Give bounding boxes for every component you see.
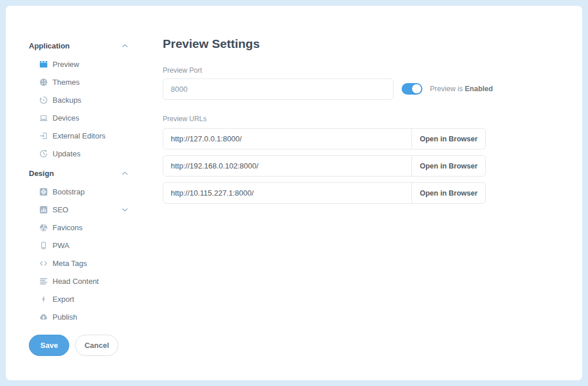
code-icon [39, 259, 48, 268]
sidebar-item-favicons[interactable]: Favicons [29, 219, 128, 237]
sidebar-item-pwa[interactable]: PWA [29, 237, 128, 254]
settings-sidebar: Application Preview Themes [6, 6, 134, 356]
section-title: Application [29, 42, 70, 50]
cancel-button[interactable]: Cancel [75, 335, 118, 356]
sidebar-item-external-editors[interactable]: External Editors [29, 127, 128, 145]
open-in-browser-button-1[interactable]: Open in Browser [411, 128, 486, 149]
palette-icon [39, 78, 48, 87]
open-in-browser-button-3[interactable]: Open in Browser [411, 182, 486, 204]
sidebar-item-backups[interactable]: Backups [29, 91, 128, 109]
preview-port-row: Preview Port Preview is Enabled [163, 66, 493, 100]
dialog-actions: Save Cancel [29, 335, 134, 356]
page-title: Preview Settings [163, 37, 493, 51]
film-icon [39, 60, 48, 69]
sidebar-item-meta-tags[interactable]: Meta Tags [29, 254, 128, 272]
box-arrow-in-icon [39, 132, 48, 140]
preview-settings-panel: Preview Settings Preview Port Preview is… [134, 6, 493, 209]
chevron-up-icon [122, 171, 128, 175]
preview-url-input-3[interactable] [163, 182, 412, 204]
preview-port-field: Preview Port [163, 66, 394, 100]
sidebar-item-label: Export [53, 295, 74, 303]
sidebar-section-application: Application Preview Themes [29, 42, 134, 163]
chevron-up-icon [122, 44, 128, 48]
history-icon [39, 96, 48, 104]
save-button[interactable]: Save [29, 335, 69, 356]
preview-url-row: Open in Browser [163, 128, 486, 149]
sidebar-item-publish[interactable]: Publish [29, 308, 128, 326]
sidebar-item-export[interactable]: Export [29, 290, 128, 308]
cloud-upload-icon [39, 313, 48, 321]
aperture-icon [39, 223, 48, 232]
section-items-design: Bootstrap SEO Favicons [29, 183, 128, 326]
sidebar-item-label: Preview [53, 60, 79, 69]
preview-url-row: Open in Browser [163, 155, 486, 177]
sidebar-item-label: Head Content [53, 277, 99, 286]
sidebar-item-label: PWA [53, 241, 69, 250]
phone-icon [39, 241, 48, 250]
sidebar-item-seo[interactable]: SEO [29, 201, 128, 219]
section-items-application: Preview Themes Backups [29, 55, 128, 163]
toggle-text-state: Enabled [465, 85, 493, 93]
section-header-application[interactable]: Application [29, 42, 128, 50]
chart-square-icon [39, 205, 48, 214]
sidebar-item-label: Backups [53, 96, 81, 104]
preview-toggle-group: Preview is Enabled [402, 83, 493, 95]
preview-toggle-text: Preview is Enabled [430, 85, 493, 93]
sidebar-item-devices[interactable]: Devices [29, 109, 128, 127]
preview-port-input[interactable] [163, 78, 394, 100]
preview-url-input-1[interactable] [163, 128, 412, 149]
preview-port-label: Preview Port [163, 66, 394, 74]
sidebar-item-bootstrap[interactable]: Bootstrap [29, 183, 128, 201]
sidebar-item-label: Themes [53, 78, 80, 87]
sidebar-item-label: Meta Tags [53, 259, 87, 268]
sidebar-item-head-content[interactable]: Head Content [29, 272, 128, 290]
sidebar-item-label: Publish [53, 313, 77, 321]
section-title: Design [29, 169, 54, 178]
preview-url-input-2[interactable] [163, 155, 412, 177]
gear-square-icon [39, 188, 48, 196]
laptop-icon [39, 114, 48, 122]
sidebar-item-label: Devices [53, 114, 79, 122]
preview-urls-label: Preview URLs [163, 115, 493, 123]
lightning-icon [39, 295, 48, 303]
sidebar-item-label: Updates [53, 149, 80, 158]
preview-urls-section: Preview URLs Open in Browser Open in Bro… [163, 115, 493, 204]
sidebar-item-label: Favicons [53, 223, 83, 232]
toggle-knob [412, 84, 421, 93]
sidebar-item-preview[interactable]: Preview [29, 55, 128, 73]
toggle-text-prefix: Preview is [430, 85, 463, 93]
sidebar-item-themes[interactable]: Themes [29, 73, 128, 91]
text-lines-icon [39, 277, 48, 286]
chevron-down-icon[interactable] [122, 208, 128, 212]
clock-refresh-icon [39, 149, 48, 158]
sidebar-section-design: Design Bootstrap SEO [29, 169, 134, 326]
sidebar-item-label: Bootstrap [53, 188, 85, 196]
settings-dialog: Application Preview Themes [6, 6, 582, 380]
section-header-design[interactable]: Design [29, 169, 128, 177]
sidebar-item-label: External Editors [53, 132, 106, 140]
sidebar-item-updates[interactable]: Updates [29, 145, 128, 163]
preview-enabled-toggle[interactable] [402, 83, 422, 95]
sidebar-item-label: SEO [53, 205, 68, 214]
open-in-browser-button-2[interactable]: Open in Browser [411, 155, 486, 177]
preview-url-row: Open in Browser [163, 182, 486, 204]
